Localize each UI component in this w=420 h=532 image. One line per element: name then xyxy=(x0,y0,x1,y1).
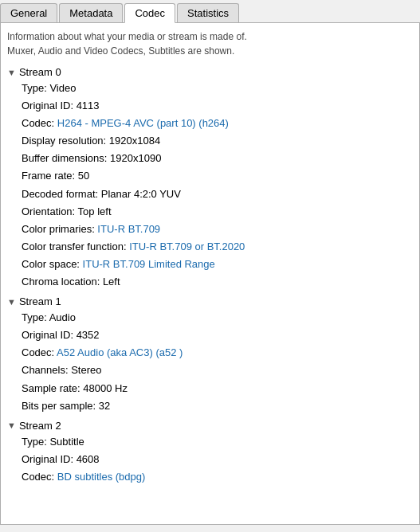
streams-container: ▼Stream 0Type: VideoOriginal ID: 4113Cod… xyxy=(7,66,413,486)
tab-bar: General Metadata Codec Statistics xyxy=(0,0,420,23)
property-label: Original ID: xyxy=(22,100,77,111)
property-value: Audio xyxy=(49,311,76,323)
property-value: ITU-R BT.709 or BT.2020 xyxy=(129,241,245,252)
property-value: Left xyxy=(103,276,120,288)
property-value: Stereo xyxy=(71,364,101,376)
property-label: Color transfer function: xyxy=(22,241,129,252)
stream-section-1: ▼Stream 1Type: AudioOriginal ID: 4352Cod… xyxy=(7,295,413,415)
stream-properties-1: Type: AudioOriginal ID: 4352Codec: A52 A… xyxy=(22,309,413,415)
property-label: Display resolution: xyxy=(22,135,109,147)
property-label: Color primaries: xyxy=(22,223,97,235)
property-value: BD subtitles (bdpg) xyxy=(57,471,146,483)
property-label: Type: xyxy=(22,82,49,94)
property-value: 1920x1084 xyxy=(109,135,160,147)
property-label: Type: xyxy=(22,311,49,323)
property-value: ITU-R BT.709 xyxy=(97,223,160,235)
property-label: Channels: xyxy=(22,364,71,376)
stream-header-1[interactable]: ▼Stream 1 xyxy=(7,295,413,307)
property-label: Codec: xyxy=(22,346,57,358)
property-label: Decoded format: xyxy=(22,188,101,200)
property-value: Planar 4:2:0 YUV xyxy=(101,188,181,200)
tab-metadata[interactable]: Metadata xyxy=(59,3,123,22)
property-row: Type: Video xyxy=(22,80,413,97)
property-row: Bits per sample: 32 xyxy=(22,397,413,415)
description-line1: Information about what your media or str… xyxy=(7,29,413,44)
property-row: Channels: Stereo xyxy=(22,362,413,379)
property-row: Sample rate: 48000 Hz xyxy=(22,380,413,397)
description-line2: Muxer, Audio and Video Codecs, Subtitles… xyxy=(7,44,413,58)
stream-header-2[interactable]: ▼Stream 2 xyxy=(7,420,413,432)
property-row: Orientation: Top left xyxy=(22,203,413,221)
property-value: 4113 xyxy=(77,100,100,111)
property-row: Original ID: 4113 xyxy=(22,97,413,115)
property-row: Original ID: 4352 xyxy=(22,327,413,344)
content-area: Information about what your media or str… xyxy=(0,23,420,525)
property-value: Top left xyxy=(78,205,112,217)
property-label: Type: xyxy=(22,436,49,448)
chevron-icon: ▼ xyxy=(7,297,16,307)
description: Information about what your media or str… xyxy=(7,29,413,58)
tab-general[interactable]: General xyxy=(0,3,57,22)
property-row: Display resolution: 1920x1084 xyxy=(22,132,413,150)
property-value: H264 - MPEG-4 AVC (part 10) (h264) xyxy=(57,117,229,129)
property-row: Codec: A52 Audio (aka AC3) (a52 ) xyxy=(22,344,413,362)
stream-section-0: ▼Stream 0Type: VideoOriginal ID: 4113Cod… xyxy=(7,66,413,291)
property-label: Original ID: xyxy=(22,453,77,465)
property-row: Decoded format: Planar 4:2:0 YUV xyxy=(22,186,413,203)
property-value: A52 Audio (aka AC3) (a52 ) xyxy=(57,346,183,358)
property-row: Type: Subtitle xyxy=(22,433,413,451)
property-label: Bits per sample: xyxy=(22,400,99,412)
tab-codec[interactable]: Codec xyxy=(124,3,175,23)
stream-title: Stream 1 xyxy=(19,295,61,307)
property-value: Subtitle xyxy=(49,436,84,448)
stream-title: Stream 0 xyxy=(19,66,61,78)
property-row: Color space: ITU-R BT.709 Limited Range xyxy=(22,256,413,273)
property-label: Sample rate: xyxy=(22,382,83,394)
stream-header-0[interactable]: ▼Stream 0 xyxy=(7,66,413,78)
property-row: Type: Audio xyxy=(22,309,413,327)
property-row: Color transfer function: ITU-R BT.709 or… xyxy=(22,238,413,256)
property-label: Orientation: xyxy=(22,205,78,217)
property-value: 4352 xyxy=(77,329,100,341)
property-label: Frame rate: xyxy=(22,170,78,182)
stream-section-2: ▼Stream 2Type: SubtitleOriginal ID: 4608… xyxy=(7,420,413,486)
property-row: Chroma location: Left xyxy=(22,273,413,291)
stream-title: Stream 2 xyxy=(19,420,61,432)
chevron-icon: ▼ xyxy=(7,421,16,430)
property-label: Buffer dimensions: xyxy=(22,152,110,164)
property-value: 1920x1090 xyxy=(110,152,161,164)
property-row: Color primaries: ITU-R BT.709 xyxy=(22,221,413,238)
property-row: Codec: H264 - MPEG-4 AVC (part 10) (h264… xyxy=(22,115,413,132)
property-value: 50 xyxy=(78,170,89,182)
stream-properties-0: Type: VideoOriginal ID: 4113Codec: H264 … xyxy=(22,80,413,291)
chevron-icon: ▼ xyxy=(7,68,16,77)
property-row: Frame rate: 50 xyxy=(22,167,413,185)
property-value: 4608 xyxy=(77,453,100,465)
property-row: Original ID: 4608 xyxy=(22,451,413,468)
property-value: ITU-R BT.709 Limited Range xyxy=(83,258,215,270)
property-label: Codec: xyxy=(22,117,57,129)
property-label: Original ID: xyxy=(22,329,77,341)
property-value: 32 xyxy=(99,400,110,412)
property-label: Codec: xyxy=(22,471,57,483)
property-label: Chroma location: xyxy=(22,276,103,288)
property-value: 48000 Hz xyxy=(83,382,128,394)
property-row: Buffer dimensions: 1920x1090 xyxy=(22,150,413,167)
tab-statistics[interactable]: Statistics xyxy=(177,3,239,22)
property-label: Color space: xyxy=(22,258,83,270)
stream-properties-2: Type: SubtitleOriginal ID: 4608Codec: BD… xyxy=(22,433,413,486)
property-value: Video xyxy=(49,82,76,94)
property-row: Codec: BD subtitles (bdpg) xyxy=(22,468,413,486)
